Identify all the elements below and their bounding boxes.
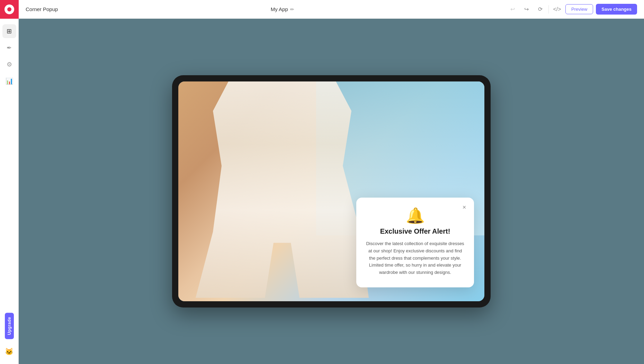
undo-button[interactable]: ↩ <box>507 4 518 15</box>
redo-button[interactable]: ↪ <box>521 4 532 15</box>
sidebar: ⊞ ✒ ⚙ 📊 Upgrade 🐱 <box>0 0 19 364</box>
sidebar-item-settings[interactable]: ⚙ <box>2 58 16 71</box>
app-name: My App <box>271 6 288 12</box>
tablet-screen: × 🔔 Exclusive Offer Alert! Discover the … <box>178 81 484 301</box>
tools-icon: ✒ <box>7 44 12 52</box>
page-title: Corner Popup <box>26 6 58 12</box>
save-button[interactable]: Save changes <box>596 4 637 15</box>
cat-icon: 🐱 <box>5 347 14 356</box>
close-icon: × <box>463 204 466 211</box>
logo-dot <box>7 7 11 11</box>
tablet-frame: × 🔔 Exclusive Offer Alert! Discover the … <box>172 75 491 307</box>
bell-icon: 🔔 <box>366 208 464 223</box>
sidebar-item-cat[interactable]: 🐱 <box>2 345 16 358</box>
upgrade-button[interactable]: Upgrade <box>5 313 14 339</box>
popup-card: × 🔔 Exclusive Offer Alert! Discover the … <box>356 198 474 287</box>
analytics-icon: 📊 <box>6 77 13 85</box>
preview-button[interactable]: Preview <box>565 4 593 14</box>
topbar-center: My App ✏ <box>62 6 503 12</box>
main-area: Corner Popup My App ✏ ↩ ↪ ⟳ </> Preview … <box>19 0 644 364</box>
app-logo[interactable] <box>0 0 19 19</box>
sidebar-nav: ⊞ ✒ ⚙ 📊 <box>2 19 16 313</box>
sidebar-bottom: Upgrade 🐱 <box>2 313 16 364</box>
canvas-area: × 🔔 Exclusive Offer Alert! Discover the … <box>19 19 644 364</box>
popup-title: Exclusive Offer Alert! <box>366 227 464 235</box>
settings-icon: ⚙ <box>7 61 12 68</box>
logo-inner <box>5 5 14 14</box>
sidebar-item-dashboard[interactable]: ⊞ <box>2 24 16 38</box>
code-button[interactable]: </> <box>552 4 563 15</box>
sidebar-item-tools[interactable]: ✒ <box>2 41 16 55</box>
topbar-divider <box>548 5 549 14</box>
topbar-actions: ↩ ↪ ⟳ </> Preview Save changes <box>507 4 637 15</box>
restore-button[interactable]: ⟳ <box>535 4 546 15</box>
dress-shape <box>196 81 369 298</box>
popup-close-button[interactable]: × <box>459 202 469 212</box>
app-name-edit-icon[interactable]: ✏ <box>290 7 294 12</box>
sidebar-item-analytics[interactable]: 📊 <box>2 74 16 88</box>
topbar: Corner Popup My App ✏ ↩ ↪ ⟳ </> Preview … <box>19 0 644 19</box>
popup-description: Discover the latest collection of exquis… <box>366 240 464 276</box>
dashboard-icon: ⊞ <box>7 27 12 35</box>
